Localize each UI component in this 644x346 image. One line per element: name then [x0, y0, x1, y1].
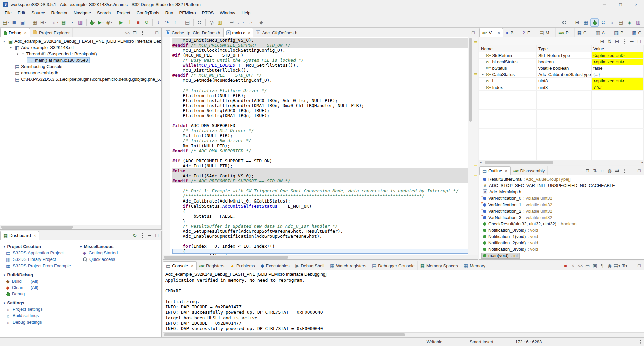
outline-item[interactable]: hAdc_MemMap.h	[479, 189, 644, 195]
scroll-right-icon[interactable]: ▸	[641, 161, 643, 164]
variable-row[interactable]: (x)=bStatusvolatile booleanfalse	[479, 65, 644, 71]
tree-expander-icon[interactable]: ▾	[2, 40, 7, 43]
code-line[interactable]: #if (ADC_PRECOMPILE_SUPPORT == STD_ON)	[172, 158, 468, 163]
dashboard-link-s32ds-application-project[interactable]: ▤S32DS Application Project	[4, 250, 75, 256]
clocks-tool-button[interactable]: ◔	[68, 18, 76, 27]
dashboard-link-quick-access[interactable]: Quick access	[80, 256, 118, 263]
view-menu-button[interactable]	[621, 167, 628, 174]
link-with-editor-button[interactable]: ⇄	[613, 167, 621, 174]
code-line[interactable]: /* Initialize Mcl Driver */	[172, 128, 468, 133]
ruler-annotation-mark[interactable]	[474, 165, 477, 166]
refresh-dashboard-button[interactable]: ↻	[131, 232, 138, 239]
perspective-s32ds-button[interactable]: ▦	[582, 18, 590, 27]
dashboard-link-clean[interactable]: ◆Clean(All)	[4, 284, 75, 291]
hide-fields-button[interactable]: ◌	[599, 167, 606, 174]
menu-search[interactable]: Search	[94, 9, 114, 16]
tab-debug[interactable]: Debug×	[0, 28, 30, 37]
tab-variables[interactable]: (x)=V...×	[479, 28, 503, 37]
menu-help[interactable]: Help	[238, 9, 254, 16]
collapse-all-button[interactable]: ⊟	[584, 167, 591, 174]
perspective-peripherals-button[interactable]: ▥	[634, 18, 642, 27]
section-header-settings[interactable]: ▾Settings	[4, 300, 75, 306]
section-header-project-creation[interactable]: ▾Project Creation	[4, 243, 75, 250]
display-selected-console-button[interactable]: ▤▾	[613, 262, 621, 269]
maximize-button[interactable]: □	[153, 29, 160, 36]
perspective-debug-button[interactable]	[590, 18, 599, 27]
step-return-button[interactable]: ↑	[171, 18, 179, 27]
dashboard-link-project-settings[interactable]: ☼Project settings	[4, 306, 75, 312]
tab-executables[interactable]: ◆Executables	[258, 261, 293, 270]
outline-item[interactable]: Notification_3(void) : void	[479, 246, 644, 252]
step-over-button[interactable]: ↷	[163, 18, 171, 27]
scroll-lock-button[interactable]: ▣	[591, 262, 598, 269]
perspective-clocks-button[interactable]: ◈	[625, 18, 634, 27]
outline-item[interactable]: Notification_1(void) : void	[479, 233, 644, 240]
maximize-button[interactable]: □	[470, 29, 477, 36]
variable-row[interactable]: (x)=bLocalStatusboolean<optimized out>	[479, 59, 644, 65]
tab-peripherals-view[interactable]: ▧P...	[611, 28, 629, 37]
resume-button[interactable]: ▶	[117, 18, 125, 27]
code-line[interactable]: /* Initialize Rm driver */	[172, 138, 468, 143]
status-menu-icon[interactable]	[637, 338, 644, 345]
debug-tree-item[interactable]: ▤arm-none-eabi-gdb	[0, 70, 161, 76]
outline-item[interactable]: CheckResult(uint32, uint32, uint32) : bo…	[479, 221, 644, 227]
code-line[interactable]	[172, 153, 468, 158]
code-line[interactable]: Platform_InstallIrqHandler(DMA1_IRQn, Dm…	[172, 103, 468, 108]
code-line[interactable]: Mcu_Init(&Mcu_Config_VS_0);	[172, 38, 468, 43]
word-wrap-button[interactable]: ¶	[599, 262, 606, 269]
remove-all-terminated-button[interactable]: ××	[577, 262, 584, 269]
suspend-button[interactable]: ‖	[125, 18, 134, 27]
new-project-button[interactable]: ⊞▾	[39, 18, 47, 27]
debug-tree-item[interactable]: ▤Semihosting Console	[0, 63, 161, 70]
tab-debug-shell[interactable]: ▶Debug Shell	[292, 261, 327, 270]
tab-project-explorer[interactable]: Project Explorer	[30, 28, 73, 37]
tab-dashboard[interactable]: ▦Dashboard×	[0, 231, 39, 240]
step-into-button[interactable]: ↓	[154, 18, 163, 27]
code-line[interactable]: #ifdef ADC_DMA_SUPPORTED	[172, 123, 468, 128]
dashboard-link-debug[interactable]: Debug	[4, 291, 75, 297]
code-line[interactable]	[172, 83, 468, 88]
code-line[interactable]: Platform_Init(NULL_PTR);	[172, 93, 468, 98]
outline-item[interactable]: main(void) : int	[479, 252, 644, 259]
code-line[interactable]: /* ResultBuffer is updated new data in A…	[172, 224, 468, 229]
tab-watch-registers[interactable]: ▦Watch registers	[327, 261, 369, 270]
code-line[interactable]: /* Initialize Platform Driver */	[172, 88, 468, 93]
dashboard-link-debug-settings[interactable]: ☼Debug settings	[4, 319, 75, 325]
debug-horizontal-scrollbar[interactable]	[0, 225, 161, 229]
minimize-button[interactable]: ─	[628, 38, 635, 45]
outline-item[interactable]: #ADC_STOP_SEC_VAR_INIT_UNSPECIFIED_NO_CA…	[479, 182, 644, 189]
outline-item[interactable]: Notification_0(void) : void	[479, 227, 644, 233]
code-line[interactable]	[172, 239, 468, 244]
debug-button[interactable]: ▾	[88, 18, 97, 27]
scroll-left-icon[interactable]: ◂	[480, 161, 482, 164]
outline-item[interactable]: ResultBufferDma : Adc_ValueGroupType[]	[479, 176, 644, 182]
code-line[interactable]: }	[172, 219, 468, 224]
close-tab-icon[interactable]: ×	[34, 233, 36, 238]
section-header-build-debug[interactable]: ▾Build/Debug	[4, 272, 75, 278]
code-line[interactable]: #endif /* ADC_DMA_SUPPORTED */	[172, 148, 468, 153]
close-tab-icon[interactable]: ×	[498, 31, 500, 35]
editor-horizontal-scrollbar[interactable]	[163, 255, 478, 260]
sort-button[interactable]: ⇅	[591, 167, 598, 174]
code-line[interactable]: Mcu_InitClock(McuClockSettingConfig_0);	[172, 48, 468, 53]
code-line[interactable]: Adc_EnableGroupNotification(AdcGroupSoft…	[172, 234, 468, 239]
editor-overview-ruler[interactable]	[473, 37, 478, 255]
dashboard-link-s32ds-library-project[interactable]: ▥S32DS Library Project	[4, 256, 75, 263]
code-line[interactable]: #else	[172, 168, 468, 173]
code-line[interactable]	[172, 118, 468, 123]
variable-expander-icon[interactable]: ▸	[481, 73, 485, 76]
code-line[interactable]: {	[172, 209, 468, 214]
code-line[interactable]: #endif /* MCU_PRECOMPILE_SUPPORT == STD_…	[172, 43, 468, 48]
code-editor[interactable]: Mcu_Init(&Mcu_Config_VS_0);#endif /* MCU…	[170, 37, 468, 255]
collapse-all-button[interactable]: ⊟	[613, 38, 621, 45]
menu-refactor[interactable]: Refactor	[48, 9, 71, 16]
section-header-miscellaneous[interactable]: ▾Miscellaneous	[80, 243, 118, 250]
build-all-button[interactable]: ▦	[31, 18, 39, 27]
debug-tree-item[interactable]: ▾≡Thread #1 (Suspended : Breakpoint)	[0, 51, 161, 57]
minimize-button[interactable]: ─	[146, 232, 153, 239]
terminate-button[interactable]: ■	[134, 18, 142, 27]
maximize-window-button[interactable]: □	[612, 0, 628, 9]
tab-main-c[interactable]: cmain.c×	[223, 28, 254, 37]
restart-button[interactable]: ↻	[142, 18, 151, 27]
debug-tree-item[interactable]: ▾▣Adc_example_S32K148_Debug_FLASH_PNE [G…	[0, 38, 161, 44]
